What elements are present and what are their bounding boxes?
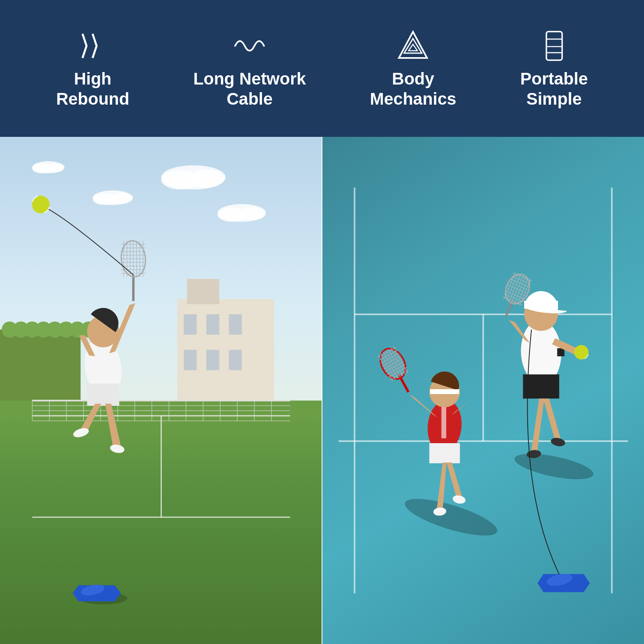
feature-long-network: Long Network Cable [193,28,306,109]
feature-header: High Rebound Long Network Cable [0,0,644,137]
body-mechanics-label: Body Mechanics [370,69,456,109]
left-image-panel [0,137,322,644]
images-section [0,137,644,644]
page-container: High Rebound Long Network Cable [0,0,644,644]
portable-simple-label: Portable Simple [520,69,588,109]
svg-rect-3 [546,31,562,60]
long-network-label: Long Network Cable [193,69,306,109]
wave-icon [231,28,268,64]
zigzag-icon [74,28,111,64]
svg-marker-2 [409,44,417,51]
portable-icon [536,28,572,64]
high-rebound-label: High Rebound [56,69,129,109]
right-image-panel [322,137,644,644]
right-photo-canvas [322,137,644,644]
feature-high-rebound: High Rebound [56,28,129,109]
feature-portable: Portable Simple [520,28,588,109]
left-photo-canvas [0,137,322,644]
feature-body-mechanics: Body Mechanics [370,28,456,109]
triangle-body-icon [395,28,431,64]
